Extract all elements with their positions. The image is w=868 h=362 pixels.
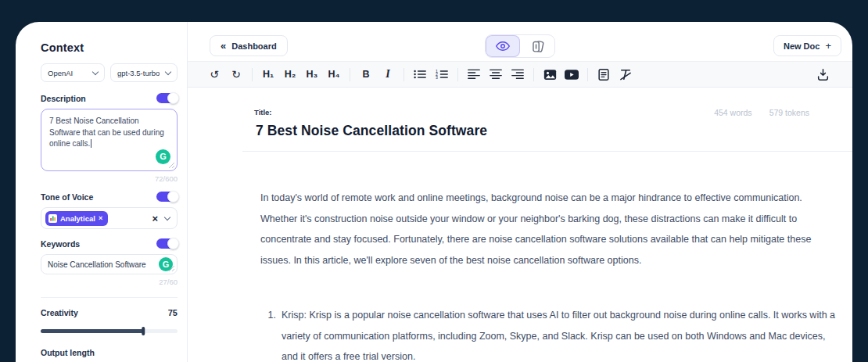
dashboard-button-label: Dashboard [231,41,276,51]
numbered-list: 1. Krisp: Krisp is a popular noise cance… [264,305,837,362]
toolbar-divider [252,68,253,81]
sidebar-divider [41,297,178,298]
preview-mode-button[interactable] [486,35,520,57]
heading-2-icon[interactable]: H₂ [279,63,301,86]
sidebar-title: Context [41,41,178,54]
bullet-list-icon[interactable] [409,63,431,86]
toolbar-divider [404,68,404,81]
bar-chart-icon [48,214,57,223]
resize-handle-icon[interactable] [168,265,175,272]
toolbar-divider [587,68,588,81]
tone-tag[interactable]: Analytical × [45,211,108,226]
eye-icon [496,41,510,52]
heading-4-icon[interactable]: H₄ [323,63,345,86]
creativity-value: 75 [168,308,178,317]
keywords-counter: 27/60 [41,278,178,286]
creativity-label: Creativity [41,308,78,317]
dashboard-back-button[interactable]: « Dashboard [210,35,288,56]
formatting-toolbar: ↺ ↻ H₁ H₂ H₃ H₄ B I 123 [188,61,852,88]
title-label: Title: [254,108,272,116]
chevron-down-icon [164,213,170,220]
chevron-down-icon [92,68,99,74]
double-chevron-left-icon: « [221,40,226,52]
creativity-slider-fill [41,329,143,333]
list-item[interactable]: 1. Krisp: Krisp is a popular noise cance… [264,305,837,362]
description-toggle[interactable] [156,93,178,103]
tag-remove-icon[interactable]: × [99,214,102,222]
swatch-mode-button[interactable] [520,35,554,57]
token-count: 579 tokens [769,108,809,117]
heading-1-icon[interactable]: H₁ [257,63,279,86]
toggle-knob [167,92,179,104]
download-icon[interactable] [812,63,834,86]
title-divider [242,151,852,152]
list-number: 1. [264,305,276,362]
clear-icon[interactable]: × [152,213,158,224]
undo-icon[interactable]: ↺ [203,63,225,86]
description-label: Description [41,94,86,103]
description-textarea[interactable]: 7 Best Noise Cancellation Software that … [41,109,178,171]
bold-icon[interactable]: B [355,63,377,86]
toggle-knob [167,238,179,249]
provider-select[interactable]: OpenAI [41,63,105,82]
clear-formatting-icon[interactable] [615,63,637,86]
view-mode-segmented-control [485,34,555,58]
word-count: 454 words [714,108,751,117]
topbar: « Dashboard [188,22,852,61]
svg-text:3: 3 [436,75,438,80]
intro-paragraph[interactable]: In today's world of remote work and onli… [260,188,837,271]
model-select-value: gpt-3.5-turbo [117,69,160,77]
output-length-label: Output length [41,348,178,357]
align-right-icon[interactable] [507,63,529,86]
keywords-label: Keywords [41,239,80,249]
tone-select[interactable]: Analytical × × [41,207,178,229]
toolbar-divider [350,68,350,81]
swatch-icon [531,40,544,53]
provider-select-value: OpenAI [48,69,73,77]
description-counter: 72/600 [41,174,178,183]
italic-icon[interactable]: I [377,63,399,86]
context-sidebar: Context OpenAI gpt-3.5-turbo Description… [16,22,188,362]
document-editor[interactable]: Title: 454 words 579 tokens 7 Best Noise… [188,88,852,362]
plus-icon: + [825,40,831,52]
chevron-down-icon [165,68,171,74]
new-doc-button[interactable]: New Doc + [773,35,841,56]
creativity-slider-thumb[interactable] [142,327,145,335]
ordered-list-icon[interactable]: 123 [431,63,453,86]
keywords-value: Noise Cancellation Software [48,260,146,269]
heading-3-icon[interactable]: H₃ [301,63,323,86]
align-center-icon[interactable] [485,63,507,86]
redo-icon[interactable]: ↻ [225,63,247,86]
keywords-toggle[interactable] [156,238,178,249]
main-area: « Dashboard [188,22,852,362]
toolbar-divider [457,68,458,81]
toggle-knob [167,191,179,203]
tone-toggle[interactable] [156,192,178,202]
align-left-icon[interactable] [463,63,485,86]
description-text: 7 Best Noise Cancellation Software that … [49,116,164,148]
model-select[interactable]: gpt-3.5-turbo [110,63,178,82]
image-icon[interactable] [539,63,561,86]
document-outline-icon[interactable] [593,63,615,86]
app-window: Context OpenAI gpt-3.5-turbo Description… [16,22,852,362]
new-doc-label: New Doc [784,41,820,51]
doc-stats: 454 words 579 tokens [714,108,809,117]
list-text: Krisp: Krisp is a popular noise cancella… [282,305,837,362]
youtube-icon[interactable] [561,63,583,86]
tone-label: Tone of Voice [41,192,93,202]
tone-tag-label: Analytical [60,214,95,223]
document-title[interactable]: 7 Best Noise Cancellation Software [256,123,837,139]
keywords-input[interactable]: Noise Cancellation Software G [41,254,178,274]
toolbar-divider [533,68,534,81]
resize-handle-icon[interactable] [168,162,175,169]
creativity-slider[interactable] [41,327,178,335]
